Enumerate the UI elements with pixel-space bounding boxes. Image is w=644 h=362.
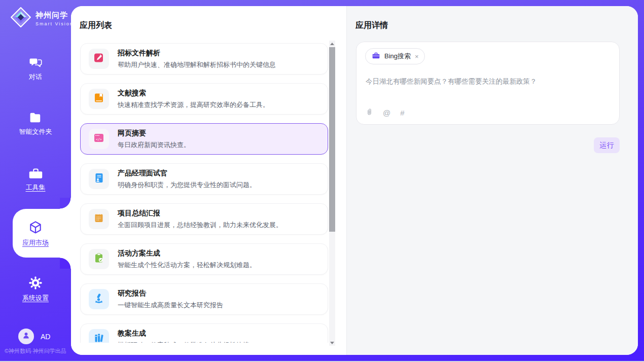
- app-card-title: 项目总结汇报: [118, 209, 282, 218]
- close-icon[interactable]: ×: [415, 53, 419, 60]
- hash-icon[interactable]: #: [400, 108, 404, 117]
- sidebar-item-cube[interactable]: 应用市场: [0, 220, 71, 247]
- app-card[interactable]: 招标文件解析 帮助用户快速、准确地理解和解析招标书中的关键信息: [80, 43, 328, 75]
- svg-text:</>: </>: [96, 137, 102, 141]
- folder-icon: [0, 112, 71, 124]
- app-card-desc: 帮助用户快速、准确地理解和解析招标书中的关键信息: [118, 60, 276, 69]
- sidebar-item-folder[interactable]: 智能文件夹: [0, 112, 71, 136]
- toolbox-icon: [0, 167, 71, 179]
- app-list-title: 应用列表: [80, 20, 112, 31]
- active-nav-fillet-top: [60, 198, 71, 209]
- active-nav-fillet-bottom: [60, 258, 71, 269]
- scrollbar-thumb[interactable]: [329, 47, 335, 232]
- app-icon-tile: </>: [89, 129, 109, 149]
- app-list: 招标文件解析 帮助用户快速、准确地理解和解析招标书中的关键信息 文献搜索 快速精…: [71, 41, 329, 343]
- app-detail-title: 应用详情: [355, 20, 388, 31]
- books-icon: [93, 333, 104, 343]
- app-card-title: 文献搜索: [118, 89, 269, 98]
- clipboard-check-icon: [93, 252, 104, 266]
- scroll-down-button[interactable]: [329, 340, 335, 346]
- app-card-title: 教案生成: [118, 329, 249, 338]
- book-icon: [93, 92, 104, 105]
- app-root: { "brand": { "name": "神州问学", "tagline": …: [0, 0, 644, 362]
- app-card-desc: 一键智能生成高质量长文本研究报告: [118, 301, 223, 310]
- tool-chip-bing-search[interactable]: Bing搜索 ×: [365, 48, 425, 64]
- user-account[interactable]: AD: [18, 329, 50, 344]
- at-icon[interactable]: @: [383, 108, 390, 117]
- brand-logo: 神州问学 Smart Vision: [10, 7, 74, 30]
- app-icon-tile: [89, 289, 109, 309]
- app-card[interactable]: 研究报告 一键智能生成高质量长文本研究报告: [80, 283, 328, 315]
- query-text[interactable]: 今日湖北有哪些新闻要点？有哪些需要关注的最新政策？: [366, 77, 610, 87]
- app-card-title: 招标文件解析: [118, 49, 276, 58]
- app-icon-tile: [89, 209, 109, 229]
- app-card[interactable]: 教案生成 模板驱动，教案秒成，教学准备从此轻松快捷: [80, 323, 328, 343]
- main-content-frame: 应用列表 招标文件解析 帮助用户快速、准确地理解和解析招标书中的关键信息 文献搜…: [71, 6, 638, 355]
- paperclip-icon[interactable]: [365, 107, 373, 118]
- sidebar-item-label: 应用市场: [0, 238, 71, 247]
- doc-person-icon: [93, 172, 104, 186]
- scroll-up-button[interactable]: [329, 41, 335, 47]
- app-icon-tile: [89, 169, 109, 189]
- chat-bubbles-icon: [0, 56, 71, 69]
- user-name: AD: [41, 333, 50, 341]
- app-card-desc: 模板驱动，教案秒成，教学准备从此轻松快捷: [118, 341, 249, 343]
- brand-name: 神州问学: [35, 11, 74, 20]
- gear-icon: [0, 276, 71, 290]
- browser-code-icon: </>: [93, 132, 104, 146]
- app-icon-tile: [89, 49, 109, 69]
- app-card-title: 活动方案生成: [118, 249, 256, 258]
- app-card-desc: 全面回顾项目进展，总结经验教训，助力未来优化发展。: [118, 221, 282, 230]
- cube-icon: [0, 220, 71, 235]
- app-card[interactable]: 产品经理面试官 明确身份和职责，为您提供专业性的面试问题。: [80, 163, 328, 195]
- briefcase-icon: [372, 51, 380, 62]
- app-card[interactable]: 项目总结汇报 全面回顾项目进展，总结经验教训，助力未来优化发展。: [80, 203, 328, 235]
- diamond-gem-icon: [10, 7, 31, 30]
- app-card-title: 网页摘要: [118, 129, 190, 138]
- copyright-text: ©神州数码·神州问学出品: [5, 347, 71, 355]
- app-card-title: 研究报告: [118, 289, 223, 298]
- app-card[interactable]: 文献搜索 快速精准查找学术资源，提高研究效率的必备工具。: [80, 83, 328, 115]
- sidebar-item-label: 智能文件夹: [0, 127, 71, 136]
- app-card[interactable]: 活动方案生成 智能生成个性化活动方案，轻松解决规划难题。: [80, 243, 328, 275]
- app-card-desc: 每日政府新闻资讯快查。: [118, 140, 190, 150]
- query-composer[interactable]: Bing搜索 × 今日湖北有哪些新闻要点？有哪些需要关注的最新政策？ @ #: [356, 42, 620, 125]
- app-icon-tile: [89, 329, 109, 343]
- app-list-panel: 应用列表 招标文件解析 帮助用户快速、准确地理解和解析招标书中的关键信息 文献搜…: [71, 6, 346, 355]
- app-card-desc: 智能生成个性化活动方案，轻松解决规划难题。: [118, 261, 256, 270]
- app-icon-tile: [89, 249, 109, 269]
- app-detail-panel: 应用详情 Bing搜索 × 今日湖北有哪些新闻要点？有哪些需要关注的最新政策？: [346, 6, 638, 355]
- sidebar-item-label: 对话: [0, 73, 71, 82]
- sidebar-item-gear[interactable]: 系统设置: [0, 276, 71, 303]
- microscope-icon: [93, 293, 104, 306]
- sidebar-item-label: 工具集: [0, 183, 71, 192]
- triangle-down-icon: [330, 342, 334, 344]
- brand-tagline: Smart Vision: [35, 21, 74, 26]
- pen-square-icon: [93, 52, 104, 65]
- app-card[interactable]: </> 网页摘要 每日政府新闻资讯快查。: [80, 123, 328, 155]
- triangle-up-icon: [330, 43, 334, 45]
- sidebar-item-label: 系统设置: [0, 294, 71, 303]
- app-icon-tile: [89, 89, 109, 109]
- app-card-title: 产品经理面试官: [118, 169, 256, 178]
- tool-chip-label: Bing搜索: [384, 52, 411, 61]
- avatar[interactable]: [18, 329, 34, 344]
- app-card-desc: 明确身份和职责，为您提供专业性的面试问题。: [118, 180, 256, 190]
- app-card-desc: 快速精准查找学术资源，提高研究效率的必备工具。: [118, 100, 269, 110]
- scrollbar[interactable]: [329, 41, 335, 346]
- sidebar-item-toolbox[interactable]: 工具集: [0, 167, 71, 192]
- sidebar-item-chat-bubbles[interactable]: 对话: [0, 56, 71, 82]
- notepad-icon: [93, 212, 104, 226]
- composer-toolbar: @ #: [365, 107, 405, 118]
- run-button[interactable]: 运行: [594, 137, 620, 153]
- person-icon: [21, 331, 31, 342]
